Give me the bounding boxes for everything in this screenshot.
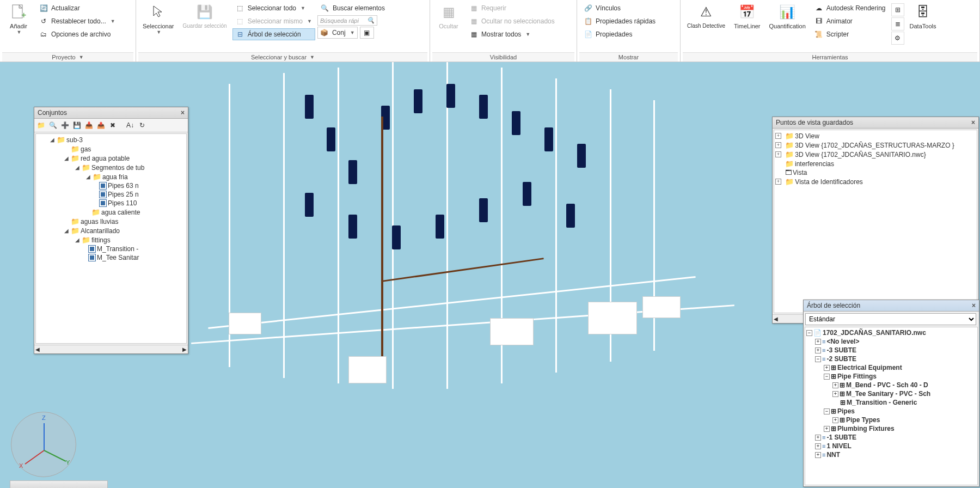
rendering-button[interactable]: ☁Autodesk Rendering xyxy=(811,2,889,14)
node-n1[interactable]: +≡1 NIVEL xyxy=(806,442,976,450)
seleccionar-todo-button[interactable]: ⬚Seleccionar todo▼ xyxy=(232,2,315,14)
hide-unselected-icon: ▦ xyxy=(469,17,478,26)
node-nolevel[interactable]: +≡<No level> xyxy=(806,337,976,346)
tool-refresh[interactable]: ↻ xyxy=(137,120,148,131)
sets-aux-button[interactable]: ▣ xyxy=(360,27,374,39)
conjuntos-hscroll[interactable]: ◀▶ xyxy=(34,345,188,353)
mostrar-todos-button[interactable]: ▦Mostrar todos▼ xyxy=(466,28,558,40)
scripter-button[interactable]: 📜Scripter xyxy=(811,28,889,40)
tree-node-mtee[interactable]: M_Tee Sanitar xyxy=(37,253,185,262)
tool-btn-3[interactable]: ⚙ xyxy=(891,32,904,45)
vp-3dview-estructuras[interactable]: + 📁3D View {1702_JDCAÑAS_ESTRUCTURAS-MAR… xyxy=(775,141,976,150)
tree-node-sub3[interactable]: ◢📁sub-3 xyxy=(37,135,185,144)
node-mtee[interactable]: +⊞M_Tee Sanitary - PVC - Sch xyxy=(806,389,976,398)
tool-export[interactable]: 📤 xyxy=(95,120,106,131)
group-label-herramientas: Herramientas xyxy=(812,54,848,60)
tree-node-pipes63[interactable]: Pipes 63 n xyxy=(37,181,185,190)
tool-new-folder[interactable]: 📁 xyxy=(35,120,46,131)
close-icon[interactable]: × xyxy=(971,119,975,126)
close-icon[interactable]: × xyxy=(972,302,976,309)
busqueda-rapida-input[interactable]: Búsqueda rápi🔍 xyxy=(317,15,377,26)
close-icon[interactable]: × xyxy=(181,109,185,117)
timeliner-button[interactable]: 📅 TimeLiner xyxy=(730,1,765,32)
clash-icon: ⚠ xyxy=(697,3,715,21)
tool-save[interactable]: 💾 xyxy=(71,120,82,131)
view-compass[interactable]: Z X Y xyxy=(11,412,76,477)
group-label-proyecto: Proyecto xyxy=(52,54,75,60)
conjuntos-tree[interactable]: ◢📁sub-3 📁gas ◢📁red agua potable ◢📁Segmen… xyxy=(35,133,187,344)
seleccionar-button[interactable]: Seleccionar ▼ xyxy=(138,1,178,37)
datatools-button[interactable]: 🗄 DataTools xyxy=(905,1,941,32)
node-pipes[interactable]: −⊞Pipes xyxy=(806,407,976,416)
arbol-titlebar[interactable]: Árbol de selección × xyxy=(804,300,979,312)
tree-node-agua-fria[interactable]: ◢📁agua fria xyxy=(37,172,185,181)
node-s1[interactable]: +≡-1 SUBTE xyxy=(806,433,976,442)
tree-node-mtransition[interactable]: M_Transition - xyxy=(37,245,185,253)
guardar-seleccion-button[interactable]: 💾 Guardar selección xyxy=(178,1,231,31)
level-icon: ≡ xyxy=(822,356,825,362)
tree-node-fittings[interactable]: ◢📁fittings xyxy=(37,235,185,245)
propiedades-button[interactable]: 📄Propiedades xyxy=(580,28,659,40)
vinculos-button[interactable]: 🔗Vínculos xyxy=(580,2,659,14)
anadir-button[interactable]: + Añadir ▼ xyxy=(2,1,35,37)
propiedades-rapidas-button[interactable]: 📋Propiedades rápidas xyxy=(580,15,659,27)
node-mtrans[interactable]: ⊞M_Transition - Generic xyxy=(806,398,976,407)
puntos-titlebar[interactable]: Puntos de vista guardados × xyxy=(773,117,978,129)
buscar-elementos-button[interactable]: 🔍Buscar elementos xyxy=(317,2,388,14)
select-same-icon: ⬚ xyxy=(236,17,244,26)
tool-search[interactable]: 🔍 xyxy=(47,120,58,131)
axis-x: X xyxy=(19,462,23,469)
arbol-mode-select[interactable]: Estándar xyxy=(805,313,976,325)
seleccionar-mismo-button[interactable]: ⬚Seleccionar mismo▼ xyxy=(232,15,315,27)
tree-node-alcantarillado[interactable]: ◢📁Alcantarillado xyxy=(37,226,185,235)
tree-node-segmentos[interactable]: ◢📁Segmentos de tub xyxy=(37,163,185,172)
requerir-button[interactable]: ▦Requerir xyxy=(466,2,558,14)
tool-btn-1[interactable]: ⊞ xyxy=(891,3,904,16)
tool-sort[interactable]: A↓ xyxy=(125,120,136,131)
vp-3dview-sanitario[interactable]: + 📁3D View {1702_JDCAÑAS_SANITARIO.nwc} xyxy=(775,150,976,159)
arbol-seleccion-button[interactable]: ⊟Árbol de selección xyxy=(232,28,315,40)
actualizar-button[interactable]: 🔄Actualizar xyxy=(36,2,119,14)
tree-node-red-agua[interactable]: ◢📁red agua potable xyxy=(37,154,185,163)
group-label-visibilidad: Visibilidad xyxy=(490,54,517,60)
ocultar-no-sel-button[interactable]: ▦Ocultar no seleccionados xyxy=(466,15,558,27)
ocultar-button[interactable]: ▦ Ocultar xyxy=(432,1,465,32)
tool-import[interactable]: 📥 xyxy=(83,120,94,131)
node-pipetypes[interactable]: +⊞Pipe Types xyxy=(806,416,976,424)
conjuntos-titlebar[interactable]: Conjuntos × xyxy=(34,107,188,119)
node-plumb[interactable]: +⊞Plumbing Fixtures xyxy=(806,424,976,433)
node-pipefit[interactable]: −⊞Pipe Fittings xyxy=(806,372,976,381)
opciones-archivo-button[interactable]: 🗂Opciones de archivo xyxy=(36,28,119,40)
animator-button[interactable]: 🎞Animator xyxy=(811,15,889,27)
vp-3dview[interactable]: + 📁3D View xyxy=(775,131,976,141)
clash-detective-button[interactable]: ⚠ Clash Detective xyxy=(683,1,730,31)
tree-node-gas[interactable]: 📁gas xyxy=(37,144,185,154)
quantification-icon: 📊 xyxy=(779,3,796,21)
node-elec[interactable]: +⊞Electrical Equipment xyxy=(806,363,976,372)
add-document-icon: + xyxy=(10,3,27,21)
tool-btn-2[interactable]: ≣ xyxy=(891,17,904,30)
tree-node-agua-caliente[interactable]: 📁agua caliente xyxy=(37,208,185,217)
node-nnt[interactable]: +≡NNT xyxy=(806,450,976,459)
node-root[interactable]: −📄1702_JDCAÑAS_SANITARIO.nwc xyxy=(806,328,976,337)
svg-text:+: + xyxy=(21,10,26,20)
tool-delete[interactable]: ✖ xyxy=(107,120,118,131)
node-mbend[interactable]: +⊞M_Bend - PVC - Sch 40 - D xyxy=(806,381,976,389)
tree-node-aguas-lluvias[interactable]: 📁aguas lluvias xyxy=(37,217,185,226)
arbol-tree[interactable]: −📄1702_JDCAÑAS_SANITARIO.nwc +≡<No level… xyxy=(805,327,978,485)
tree-node-pipes25[interactable]: Pipes 25 n xyxy=(37,190,185,199)
tree-node-pipes110[interactable]: Pipes 110 xyxy=(37,199,185,208)
vp-interferencias[interactable]: 📁interferencias xyxy=(775,159,976,168)
conjuntos-button[interactable]: 📦Conj▼ xyxy=(317,27,358,39)
level-icon: ≡ xyxy=(822,338,825,345)
restablecer-button[interactable]: ↺Restablecer todo...▼ xyxy=(36,15,119,27)
vp-vista-identificadores[interactable]: + 📁Vista de Identificadores xyxy=(775,177,976,186)
node-s3[interactable]: +≡-3 SUBTE xyxy=(806,346,976,355)
node-s2[interactable]: −≡-2 SUBTE xyxy=(806,355,976,363)
vp-vista[interactable]: 🗔Vista xyxy=(775,168,976,177)
category-icon: ⊞ xyxy=(831,407,836,415)
puntos-tree[interactable]: + 📁3D View + 📁3D View {1702_JDCAÑAS_ESTR… xyxy=(774,130,977,313)
quantification-button[interactable]: 📊 Quantification xyxy=(765,1,810,32)
tool-add[interactable]: ➕ xyxy=(59,120,70,131)
refresh-icon: 🔄 xyxy=(39,4,48,13)
